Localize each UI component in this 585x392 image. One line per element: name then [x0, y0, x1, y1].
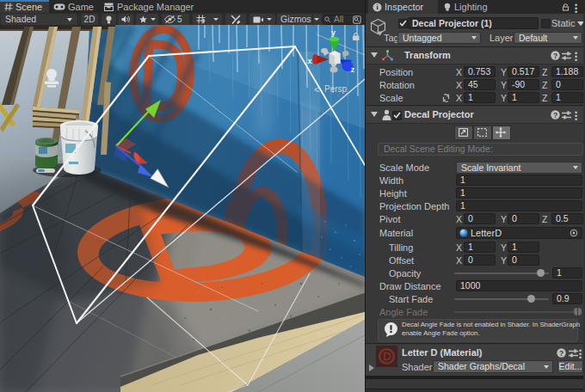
svg-text:?: ?	[553, 52, 557, 60]
svg-text:<: <	[314, 84, 319, 95]
svg-text:z: z	[351, 65, 355, 74]
svg-text:x: x	[307, 57, 311, 65]
svg-text:y: y	[331, 28, 336, 37]
svg-text:?: ?	[553, 111, 557, 119]
svg-text:?: ?	[559, 349, 563, 358]
svg-text:Persp: Persp	[324, 84, 348, 94]
